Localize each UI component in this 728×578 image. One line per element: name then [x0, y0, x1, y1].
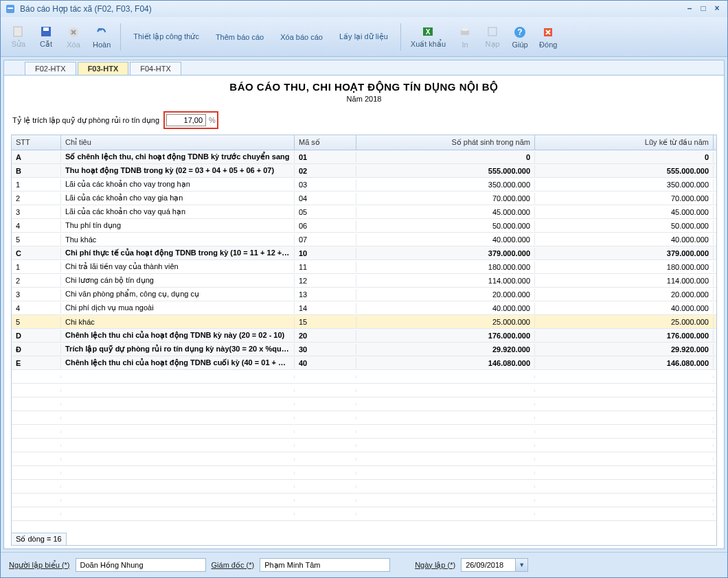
cell-sp: 25.000.000 [356, 316, 535, 327]
table-row-empty [12, 411, 716, 425]
table-row[interactable]: BThu hoạt động TDNB trong kỳ (02 = 03 + … [12, 164, 716, 178]
table-row[interactable]: 1Lãi của các khoản cho vay trong hạn0335… [12, 178, 716, 192]
svg-text:X: X [426, 28, 431, 36]
col-sophatsinh[interactable]: Số phát sinh trong năm [356, 135, 535, 150]
excel-icon: X [421, 25, 435, 38]
cell-sp: 45.000.000 [356, 207, 535, 218]
titlebar: Báo cáo Hợp tác xã (F02, F03, F04) – □ × [1, 1, 727, 17]
cell-stt: 1 [12, 262, 61, 273]
table-row[interactable]: 2Chi lương cán bộ tín dụng12114.000.0001… [12, 274, 716, 288]
table-row-empty [12, 466, 716, 480]
minimize-button[interactable]: – [683, 3, 696, 14]
table-row[interactable]: 5Thu khác0740.000.00040.000.000 [12, 233, 716, 246]
cell-lk: 45.000.000 [535, 207, 714, 218]
table-row[interactable]: EChênh lệch thu chi của hoạt động TDNB c… [12, 356, 716, 370]
load-icon [486, 25, 499, 38]
table-row[interactable]: 3Chi văn phòng phẩm, công cụ, dụng cụ132… [12, 288, 716, 301]
cell-sp: 0 [356, 152, 535, 163]
cell-ms: 20 [295, 330, 356, 341]
table-row-empty [12, 397, 716, 411]
cell-stt: Đ [12, 344, 61, 355]
report-year: Năm 2018 [4, 95, 724, 103]
svg-rect-10 [488, 27, 497, 36]
cell-stt: 5 [12, 234, 61, 245]
cell-ms: 03 [295, 179, 356, 190]
director-label: Giám đốc (*) [212, 561, 255, 570]
cell-ct: Lãi của các khoản cho vay quá hạn [61, 206, 295, 218]
cut-button[interactable]: Cắt [34, 23, 58, 50]
delete-icon [67, 25, 80, 39]
preparer-label: Người lập biểu (*) [9, 561, 70, 570]
date-dropdown-button[interactable]: ▼ [516, 558, 528, 572]
help-button[interactable]: ?Giúp [508, 24, 532, 50]
report-header: BÁO CÁO THU, CHI HOẠT ĐỘNG TÍN DỤNG NỘI … [4, 76, 724, 106]
tab-f02[interactable]: F02-HTX [25, 62, 76, 75]
col-maso[interactable]: Mã số [295, 135, 356, 150]
tab-f04[interactable]: F04-HTX [130, 62, 181, 75]
rate-input[interactable] [166, 114, 206, 126]
col-luyke[interactable]: Lũy kế từ đầu năm [535, 135, 714, 150]
tab-f03[interactable]: F03-HTX [78, 62, 129, 75]
cell-ct: Chi phí thực tế của hoạt động TDNB trong… [61, 247, 295, 259]
cell-ms: 14 [295, 303, 356, 314]
col-stt[interactable]: STT [12, 135, 61, 150]
table-row-empty [12, 384, 716, 397]
cell-ct: Chi văn phòng phẩm, công cụ, dụng cụ [61, 288, 295, 300]
remove-report-button[interactable]: Xóa báo cáo [273, 30, 330, 44]
table-row[interactable]: 1Chi trả lãi tiền vay của thành viên1118… [12, 260, 716, 274]
table-row[interactable]: CChi phí thực tế của hoạt động TDNB tron… [12, 246, 716, 260]
cell-sp: 40.000.000 [356, 234, 535, 245]
date-input[interactable] [461, 558, 516, 572]
cell-stt: E [12, 358, 61, 369]
cell-stt: D [12, 330, 61, 341]
cell-sp: 40.000.000 [356, 303, 535, 314]
cell-stt: 4 [12, 220, 61, 231]
maximize-button[interactable]: □ [697, 3, 709, 14]
table-row[interactable]: DChênh lệch thu chi của hoạt động TDNB k… [12, 329, 716, 343]
cell-ct: Chi trả lãi tiền vay của thành viên [61, 261, 295, 273]
cell-stt: B [12, 165, 61, 176]
col-chitieu[interactable]: Chỉ tiêu [61, 135, 295, 150]
print-button: In [453, 24, 477, 50]
table-row[interactable]: ASố chênh lệch thu, chi hoạt động TDNB k… [12, 150, 716, 164]
edit-button: Sửa [6, 23, 31, 50]
app-window: Báo cáo Hợp tác xã (F02, F03, F04) – □ ×… [0, 0, 728, 578]
cell-stt: 2 [12, 193, 61, 204]
add-report-button[interactable]: Thêm báo cáo [209, 30, 271, 44]
undo-icon [95, 25, 109, 39]
export-button[interactable]: XXuất khẩu [407, 23, 450, 50]
close-button[interactable]: Đóng [535, 24, 561, 50]
cell-ct: Trích lập quỹ dự phòng rủi ro tín dụng k… [61, 343, 295, 355]
table-row[interactable]: 2Lãi của các khoản cho vay gia hạn0470.0… [12, 192, 716, 205]
cell-lk: 379.000.000 [535, 248, 714, 259]
load-button: Nạp [480, 23, 505, 50]
cell-ms: 40 [295, 358, 356, 369]
director-input[interactable] [260, 558, 390, 572]
cell-ms: 12 [295, 275, 356, 286]
undo-button[interactable]: Hoàn [89, 24, 115, 50]
cell-ms: 07 [295, 234, 356, 245]
preparer-input[interactable] [76, 558, 206, 572]
cell-ct: Lãi của các khoản cho vay trong hạn [61, 178, 295, 190]
cell-lk: 146.080.000 [535, 358, 714, 369]
rate-row: Tỷ lệ trích lập quỹ dự phòng rủi ro tín … [4, 106, 724, 135]
table-row[interactable]: 5Chi khác1525.000.00025.000.000 [12, 315, 716, 329]
cell-ct: Lãi của các khoản cho vay gia hạn [61, 192, 295, 204]
cell-lk: 20.000.000 [535, 289, 714, 300]
table-row[interactable]: 4Thu phí tín dụng0650.000.00050.000.000 [12, 219, 716, 233]
cell-lk: 40.000.000 [535, 303, 714, 314]
formula-button[interactable]: Thiết lập công thức [126, 30, 206, 44]
cell-ct: Thu phí tín dụng [61, 220, 295, 231]
cell-ms: 15 [295, 316, 356, 327]
cell-lk: 176.000.000 [535, 330, 714, 341]
grid-body[interactable]: ASố chênh lệch thu, chi hoạt động TDNB k… [12, 150, 716, 533]
cell-lk: 29.920.000 [535, 344, 714, 355]
cell-ct: Chi phí dịch vụ mua ngoài [61, 302, 295, 314]
close-window-button[interactable]: × [711, 3, 723, 14]
save-icon [39, 25, 53, 38]
cell-ct: Thu khác [61, 234, 295, 245]
table-row[interactable]: ĐTrích lập quỹ dự phòng rủi ro tín dụng … [12, 343, 716, 356]
table-row[interactable]: 3Lãi của các khoản cho vay quá hạn0545.0… [12, 205, 716, 219]
table-row[interactable]: 4Chi phí dịch vụ mua ngoài1440.000.00040… [12, 301, 716, 315]
refetch-button[interactable]: Lấy lại dữ liệu [332, 30, 395, 44]
